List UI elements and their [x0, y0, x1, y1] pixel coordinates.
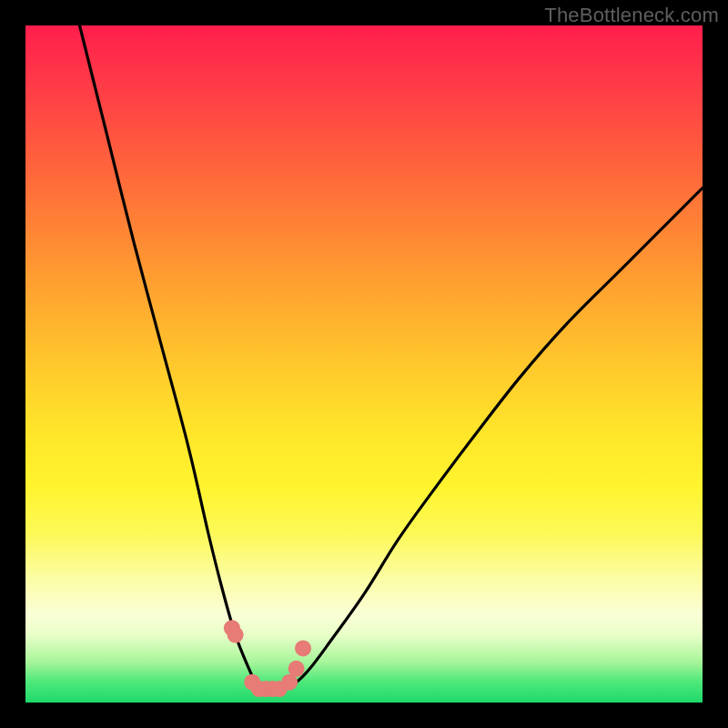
watermark-text: TheBottleneck.com [544, 4, 719, 27]
chart-frame: TheBottleneck.com [0, 0, 728, 728]
bottleneck-curve-svg [25, 25, 703, 703]
plot-area [25, 25, 703, 703]
bottleneck-curve-path [80, 25, 703, 690]
highlight-dot [295, 640, 311, 656]
curve-layer [80, 25, 703, 690]
marker-layer [224, 620, 311, 697]
highlight-dot [288, 661, 305, 677]
highlight-dot [228, 627, 244, 643]
